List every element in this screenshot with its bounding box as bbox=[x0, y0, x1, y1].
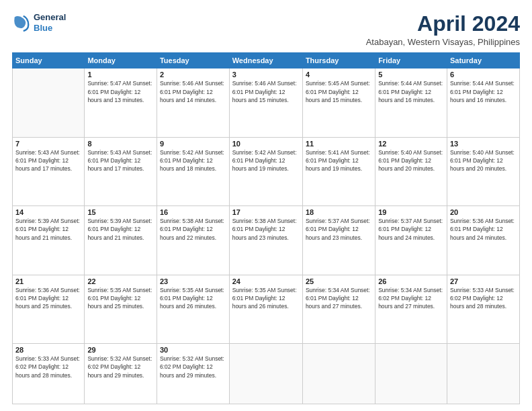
week-row-2: 7Sunrise: 5:43 AM Sunset: 6:01 PM Daylig… bbox=[13, 137, 520, 205]
day-info: Sunrise: 5:32 AM Sunset: 6:02 PM Dayligh… bbox=[87, 355, 154, 379]
day-info: Sunrise: 5:44 AM Sunset: 6:01 PM Dayligh… bbox=[378, 79, 444, 104]
calendar-cell: 11Sunrise: 5:41 AM Sunset: 6:01 PM Dayli… bbox=[302, 137, 375, 205]
calendar-cell: 27Sunrise: 5:33 AM Sunset: 6:02 PM Dayli… bbox=[447, 275, 519, 343]
col-friday: Friday bbox=[375, 53, 447, 68]
calendar-cell: 19Sunrise: 5:37 AM Sunset: 6:01 PM Dayli… bbox=[375, 206, 447, 275]
day-number: 3 bbox=[232, 71, 300, 79]
day-number: 20 bbox=[450, 208, 517, 216]
day-info: Sunrise: 5:35 AM Sunset: 6:01 PM Dayligh… bbox=[232, 286, 300, 311]
day-info: Sunrise: 5:36 AM Sunset: 6:01 PM Dayligh… bbox=[15, 286, 81, 311]
calendar-cell: 22Sunrise: 5:35 AM Sunset: 6:01 PM Dayli… bbox=[85, 275, 157, 343]
calendar-cell: 24Sunrise: 5:35 AM Sunset: 6:01 PM Dayli… bbox=[229, 275, 302, 343]
day-info: Sunrise: 5:43 AM Sunset: 6:01 PM Dayligh… bbox=[87, 148, 154, 173]
day-number: 15 bbox=[87, 208, 154, 216]
day-info: Sunrise: 5:46 AM Sunset: 6:01 PM Dayligh… bbox=[160, 79, 226, 104]
calendar-cell: 8Sunrise: 5:43 AM Sunset: 6:01 PM Daylig… bbox=[85, 137, 157, 205]
calendar-header-row: Sunday Monday Tuesday Wednesday Thursday… bbox=[13, 53, 520, 68]
day-number: 28 bbox=[15, 346, 81, 354]
calendar-cell: 3Sunrise: 5:46 AM Sunset: 6:01 PM Daylig… bbox=[229, 68, 302, 137]
calendar-cell: 29Sunrise: 5:32 AM Sunset: 6:02 PM Dayli… bbox=[85, 344, 157, 404]
day-number: 17 bbox=[232, 208, 300, 216]
calendar-cell bbox=[375, 344, 447, 404]
day-info: Sunrise: 5:42 AM Sunset: 6:01 PM Dayligh… bbox=[160, 148, 226, 173]
calendar-cell: 12Sunrise: 5:40 AM Sunset: 6:01 PM Dayli… bbox=[375, 137, 447, 205]
day-info: Sunrise: 5:47 AM Sunset: 6:01 PM Dayligh… bbox=[87, 79, 154, 104]
day-number: 12 bbox=[378, 140, 444, 148]
col-sunday: Sunday bbox=[13, 53, 85, 68]
col-saturday: Saturday bbox=[447, 53, 519, 68]
day-number: 25 bbox=[306, 277, 372, 285]
calendar-cell bbox=[447, 344, 519, 404]
day-number: 5 bbox=[378, 71, 444, 79]
day-number: 4 bbox=[306, 71, 372, 79]
day-info: Sunrise: 5:46 AM Sunset: 6:01 PM Dayligh… bbox=[232, 79, 300, 104]
day-number: 27 bbox=[450, 277, 517, 285]
day-number: 24 bbox=[232, 277, 300, 285]
week-row-1: 1Sunrise: 5:47 AM Sunset: 6:01 PM Daylig… bbox=[13, 68, 520, 137]
main-title: April 2024 bbox=[366, 12, 520, 36]
day-number: 30 bbox=[160, 346, 226, 354]
day-info: Sunrise: 5:32 AM Sunset: 6:02 PM Dayligh… bbox=[160, 355, 226, 379]
col-thursday: Thursday bbox=[302, 53, 375, 68]
calendar-cell: 25Sunrise: 5:34 AM Sunset: 6:01 PM Dayli… bbox=[302, 275, 375, 343]
day-info: Sunrise: 5:39 AM Sunset: 6:01 PM Dayligh… bbox=[15, 217, 81, 242]
calendar-cell: 7Sunrise: 5:43 AM Sunset: 6:01 PM Daylig… bbox=[13, 137, 85, 205]
calendar-cell: 17Sunrise: 5:38 AM Sunset: 6:01 PM Dayli… bbox=[229, 206, 302, 275]
week-row-3: 14Sunrise: 5:39 AM Sunset: 6:01 PM Dayli… bbox=[13, 206, 520, 275]
day-number: 14 bbox=[15, 208, 81, 216]
day-number: 16 bbox=[160, 208, 226, 216]
logo-text: General Blue bbox=[34, 12, 66, 33]
day-info: Sunrise: 5:38 AM Sunset: 6:01 PM Dayligh… bbox=[160, 217, 226, 242]
day-number: 21 bbox=[15, 277, 81, 285]
day-number: 2 bbox=[160, 71, 226, 79]
day-info: Sunrise: 5:39 AM Sunset: 6:01 PM Dayligh… bbox=[87, 217, 154, 242]
col-monday: Monday bbox=[85, 53, 157, 68]
week-row-4: 21Sunrise: 5:36 AM Sunset: 6:01 PM Dayli… bbox=[13, 275, 520, 343]
day-number: 6 bbox=[450, 71, 517, 79]
day-number: 10 bbox=[232, 140, 300, 148]
day-number: 8 bbox=[87, 140, 154, 148]
calendar-cell bbox=[302, 344, 375, 404]
calendar-cell: 15Sunrise: 5:39 AM Sunset: 6:01 PM Dayli… bbox=[85, 206, 157, 275]
day-info: Sunrise: 5:34 AM Sunset: 6:01 PM Dayligh… bbox=[306, 286, 372, 311]
day-info: Sunrise: 5:36 AM Sunset: 6:01 PM Dayligh… bbox=[450, 217, 517, 242]
day-number: 29 bbox=[87, 346, 154, 354]
logo-icon bbox=[12, 13, 31, 32]
calendar-cell: 10Sunrise: 5:42 AM Sunset: 6:01 PM Dayli… bbox=[229, 137, 302, 205]
calendar-cell: 1Sunrise: 5:47 AM Sunset: 6:01 PM Daylig… bbox=[85, 68, 157, 137]
calendar-cell: 26Sunrise: 5:34 AM Sunset: 6:02 PM Dayli… bbox=[375, 275, 447, 343]
calendar-cell: 6Sunrise: 5:44 AM Sunset: 6:01 PM Daylig… bbox=[447, 68, 519, 137]
day-info: Sunrise: 5:35 AM Sunset: 6:01 PM Dayligh… bbox=[160, 286, 226, 311]
day-info: Sunrise: 5:37 AM Sunset: 6:01 PM Dayligh… bbox=[306, 217, 372, 242]
calendar-cell bbox=[13, 68, 85, 137]
week-row-5: 28Sunrise: 5:33 AM Sunset: 6:02 PM Dayli… bbox=[13, 344, 520, 404]
day-info: Sunrise: 5:34 AM Sunset: 6:02 PM Dayligh… bbox=[378, 286, 444, 311]
day-info: Sunrise: 5:42 AM Sunset: 6:01 PM Dayligh… bbox=[232, 148, 300, 173]
day-info: Sunrise: 5:41 AM Sunset: 6:01 PM Dayligh… bbox=[306, 148, 372, 173]
page: General Blue April 2024 Atabayan, Wester… bbox=[0, 0, 532, 411]
title-block: April 2024 Atabayan, Western Visayas, Ph… bbox=[366, 12, 520, 47]
calendar-cell: 20Sunrise: 5:36 AM Sunset: 6:01 PM Dayli… bbox=[447, 206, 519, 275]
day-number: 11 bbox=[306, 140, 372, 148]
calendar-cell: 2Sunrise: 5:46 AM Sunset: 6:01 PM Daylig… bbox=[157, 68, 229, 137]
day-number: 13 bbox=[450, 140, 517, 148]
day-number: 1 bbox=[87, 71, 154, 79]
day-number: 7 bbox=[15, 140, 81, 148]
calendar-cell: 18Sunrise: 5:37 AM Sunset: 6:01 PM Dayli… bbox=[302, 206, 375, 275]
calendar-cell bbox=[229, 344, 302, 404]
day-number: 18 bbox=[306, 208, 372, 216]
day-info: Sunrise: 5:43 AM Sunset: 6:01 PM Dayligh… bbox=[15, 148, 81, 173]
day-number: 9 bbox=[160, 140, 226, 148]
logo: General Blue bbox=[12, 12, 66, 33]
calendar-cell: 16Sunrise: 5:38 AM Sunset: 6:01 PM Dayli… bbox=[157, 206, 229, 275]
col-wednesday: Wednesday bbox=[229, 53, 302, 68]
calendar-table: Sunday Monday Tuesday Wednesday Thursday… bbox=[12, 52, 520, 404]
calendar-cell: 5Sunrise: 5:44 AM Sunset: 6:01 PM Daylig… bbox=[375, 68, 447, 137]
calendar-cell: 13Sunrise: 5:40 AM Sunset: 6:01 PM Dayli… bbox=[447, 137, 519, 205]
header: General Blue April 2024 Atabayan, Wester… bbox=[12, 12, 520, 47]
day-info: Sunrise: 5:40 AM Sunset: 6:01 PM Dayligh… bbox=[378, 148, 444, 173]
day-number: 19 bbox=[378, 208, 444, 216]
calendar-cell: 30Sunrise: 5:32 AM Sunset: 6:02 PM Dayli… bbox=[157, 344, 229, 404]
calendar-cell: 23Sunrise: 5:35 AM Sunset: 6:01 PM Dayli… bbox=[157, 275, 229, 343]
day-info: Sunrise: 5:44 AM Sunset: 6:01 PM Dayligh… bbox=[450, 79, 517, 104]
